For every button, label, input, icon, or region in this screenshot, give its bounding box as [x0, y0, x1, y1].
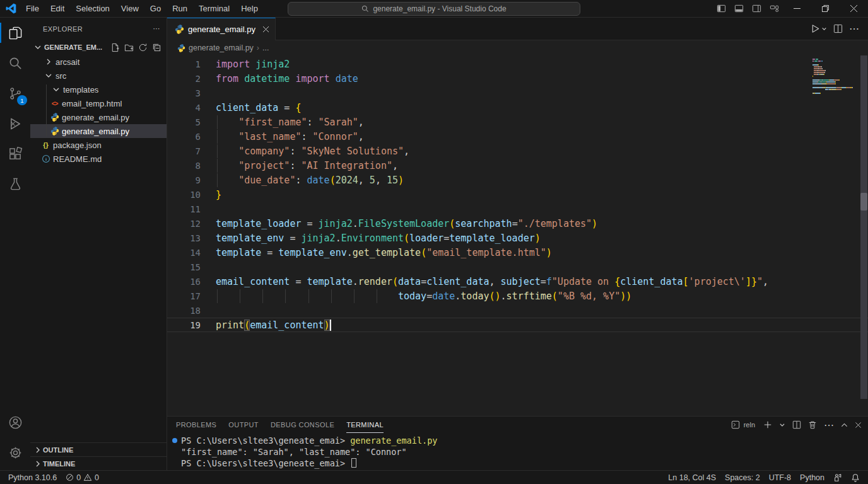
- menu-help[interactable]: Help: [235, 4, 264, 13]
- menu-run[interactable]: Run: [167, 4, 193, 13]
- language-mode-status[interactable]: Python: [795, 471, 829, 484]
- title-bar: FileEditSelectionViewGoRunTerminalHelp g…: [0, 0, 868, 18]
- terminal-cursor: [351, 458, 356, 468]
- panel-more-actions-icon[interactable]: ⋯: [824, 419, 834, 431]
- scm-badge: 1: [17, 95, 27, 105]
- search-icon: [361, 5, 369, 13]
- breadcrumb[interactable]: generate_email.py › ...: [167, 40, 868, 55]
- run-and-debug-icon[interactable]: [0, 108, 30, 139]
- tree-item-email-temp-html[interactable]: <>email_temp.html: [30, 96, 167, 110]
- code-line-13: 13template_env = jinja2.Environment(load…: [167, 231, 868, 245]
- tab-label: generate_email.py: [188, 25, 255, 34]
- cursor-position-status[interactable]: Ln 18, Col 4S: [664, 471, 720, 484]
- breadcrumb-file[interactable]: generate_email.py: [189, 43, 254, 52]
- panel-tab-output[interactable]: OUTPUT: [228, 417, 259, 433]
- editor-more-actions-icon[interactable]: ⋯: [849, 23, 859, 35]
- encoding-status[interactable]: UTF-8: [765, 471, 795, 484]
- tab-generate-email-py[interactable]: generate_email.py: [167, 18, 276, 40]
- toggle-panel-icon[interactable]: [730, 0, 748, 18]
- code-line-16: 16email_content = template.render(data=c…: [167, 274, 868, 289]
- toggle-secondary-sidebar-icon[interactable]: [748, 0, 765, 18]
- tree-item-arcsait[interactable]: arcsait: [30, 55, 167, 69]
- new-file-icon[interactable]: [110, 43, 120, 52]
- code-line-7: 7 "company": "SkyNet Solutions",: [167, 144, 868, 158]
- notifications-bell-icon[interactable]: [847, 471, 864, 484]
- menu-terminal[interactable]: Terminal: [193, 4, 235, 13]
- customize-layout-icon[interactable]: [765, 0, 783, 18]
- chevron-down-icon: [821, 26, 827, 32]
- menu-view[interactable]: View: [115, 4, 144, 13]
- indentation-status[interactable]: Spaces: 2: [720, 471, 765, 484]
- explorer-more-actions-icon[interactable]: ⋯: [153, 25, 160, 33]
- source-control-icon[interactable]: 1: [0, 78, 30, 108]
- settings-gear-icon[interactable]: [0, 437, 30, 468]
- terminal-line-2: "first_name": "Sarah", "last_name": "Con…: [181, 446, 868, 458]
- terminal-profile-icon[interactable]: [731, 420, 740, 429]
- testing-icon[interactable]: [0, 169, 30, 199]
- breadcrumb-symbol[interactable]: ...: [262, 43, 269, 52]
- timeline-section[interactable]: TIMELINE: [30, 456, 167, 470]
- refresh-icon[interactable]: [138, 43, 148, 52]
- close-panel-icon[interactable]: [855, 422, 862, 429]
- panel-tab-problems[interactable]: PROBLEMS: [176, 417, 216, 433]
- menu-file[interactable]: File: [20, 4, 45, 13]
- new-folder-icon[interactable]: [124, 43, 134, 52]
- code-editor[interactable]: 1import jinja22from datetime import date…: [167, 55, 868, 416]
- collapse-all-icon[interactable]: [152, 43, 161, 52]
- command-center-search[interactable]: generate_email.py - Visual Studio Code: [288, 2, 580, 16]
- panel-tabs: PROBLEMSOUTPUTDEBUG CONSOLETERMINAL: [176, 417, 396, 433]
- tree-item-generate-email-py[interactable]: generate_email.py: [30, 110, 167, 124]
- warning-icon: [83, 473, 92, 481]
- split-editor-icon[interactable]: [833, 24, 843, 33]
- minimap[interactable]: [812, 59, 858, 95]
- extensions-icon[interactable]: [0, 139, 30, 169]
- editor-scrollbar[interactable]: [859, 55, 868, 416]
- tree-item-generate-email-py[interactable]: generate_email.py: [30, 124, 167, 138]
- tree-item-package-json[interactable]: {}package.json: [30, 138, 167, 152]
- python-interpreter-status[interactable]: Python 3.10.6: [4, 471, 61, 484]
- restore-button[interactable]: [811, 0, 840, 18]
- scrollbar-thumb[interactable]: [860, 55, 867, 399]
- terminal-dropdown-icon[interactable]: [779, 422, 785, 428]
- code-line-15: 15: [167, 260, 868, 274]
- toggle-primary-sidebar-icon[interactable]: [712, 0, 730, 18]
- menu-selection[interactable]: Selection: [70, 4, 115, 13]
- chevron-right-icon: [33, 445, 43, 455]
- code-line-19: 19print(email_content): [167, 318, 868, 332]
- html-file-icon: <>: [49, 98, 60, 108]
- bottom-panel: PROBLEMSOUTPUTDEBUG CONSOLETERMINAL reln…: [167, 416, 868, 470]
- new-terminal-icon[interactable]: [763, 420, 772, 429]
- terminal-line-3: PS C:\Users\sltee3\geneate_emai>: [181, 458, 868, 469]
- window-title: generate_email.py - Visual Studio Code: [373, 4, 506, 13]
- menu-edit[interactable]: Edit: [45, 4, 70, 13]
- search-icon[interactable]: [0, 48, 30, 78]
- close-window-button[interactable]: [840, 0, 868, 18]
- chevron-right-icon: ›: [257, 43, 259, 52]
- file-tree: arcsaitsrctemplates<>email_temp.htmlgene…: [30, 55, 167, 166]
- feedback-icon[interactable]: [829, 471, 847, 484]
- menu-go[interactable]: Go: [144, 4, 167, 13]
- line-number: 3: [167, 88, 201, 98]
- terminal-command-decoration[interactable]: [172, 438, 177, 443]
- outline-section[interactable]: OUTLINE: [30, 442, 167, 456]
- tree-item-readme-md[interactable]: README.md: [30, 152, 167, 166]
- split-terminal-icon[interactable]: [792, 420, 801, 429]
- panel-tab-terminal[interactable]: TERMINAL: [346, 417, 384, 433]
- close-tab-icon[interactable]: [263, 26, 269, 32]
- kill-terminal-icon[interactable]: [808, 420, 817, 429]
- line-number: 15: [167, 262, 201, 272]
- terminal-output[interactable]: PS C:\Users\sltee3\geneate_emai> generat…: [167, 433, 868, 470]
- tree-item-label: generate_email.py: [62, 113, 129, 122]
- account-icon[interactable]: [0, 407, 30, 437]
- tree-item-src[interactable]: src: [30, 69, 167, 83]
- maximize-panel-icon[interactable]: [841, 422, 848, 429]
- panel-tab-debug-console[interactable]: DEBUG CONSOLE: [271, 417, 334, 433]
- run-python-file-button[interactable]: [811, 24, 827, 33]
- explorer-icon[interactable]: [0, 18, 30, 48]
- py-file-icon: [49, 112, 60, 122]
- scrollbar-thumb-highlight[interactable]: [860, 193, 867, 210]
- tree-item-templates[interactable]: templates: [30, 83, 167, 96]
- workspace-section-header[interactable]: GENERATE_EM...: [30, 40, 167, 55]
- minimize-button[interactable]: [783, 0, 811, 18]
- problems-status[interactable]: 0 0: [61, 471, 103, 484]
